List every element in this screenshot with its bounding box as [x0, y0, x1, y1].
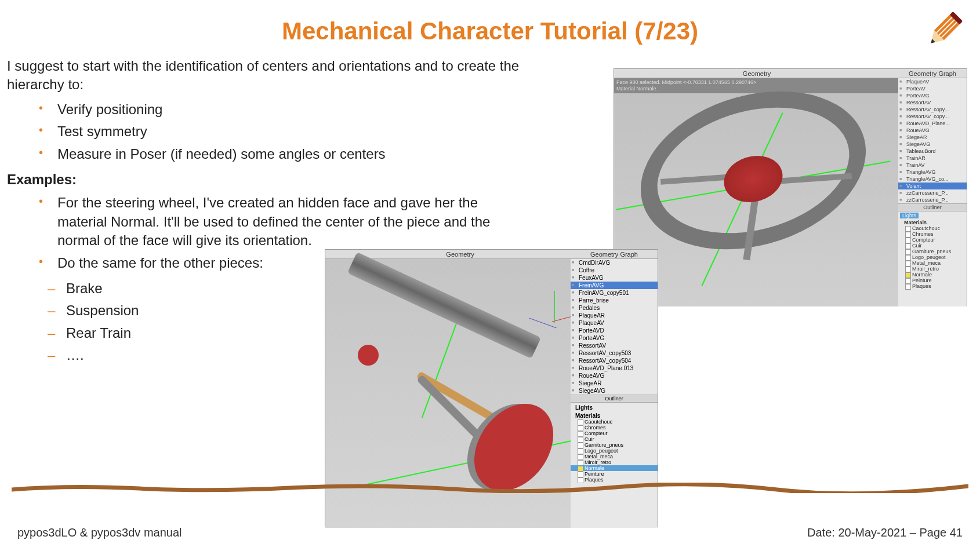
graph-header: Geometry Graph: [898, 69, 967, 78]
outliner-header: Outliner: [571, 395, 658, 403]
object-item: RessortAV: [898, 99, 967, 106]
lights-tag: Lights: [900, 213, 919, 218]
object-item: CmdDirAVG: [571, 259, 658, 267]
object-item: zzCarrosserie_P...: [898, 189, 967, 196]
material-item: Plaques: [571, 477, 658, 483]
object-item: zzCarrosserie_P...: [898, 196, 967, 203]
material-item: Normale: [898, 272, 967, 278]
object-item: PlaqueAR: [571, 312, 658, 319]
material-item: Peinture: [898, 278, 967, 283]
object-item: RessortAV_copy...: [898, 113, 967, 120]
bullet-item: For the steering wheel, I've created an …: [39, 194, 527, 250]
slide-footer: pypos3dLO & pypos3dv manual Date: 20-May…: [17, 526, 963, 539]
object-item: PorteAV: [898, 85, 967, 92]
material-item: Caoutchouc: [898, 225, 967, 231]
material-item: Metal_meca: [898, 260, 967, 266]
object-item: Parre_brise: [571, 297, 658, 304]
material-item: Miroir_retro: [571, 459, 658, 465]
object-item: RoueAVD_Plane...: [898, 120, 967, 127]
object-item: SiegeAR: [898, 134, 967, 141]
geometry-graph-panel: Geometry Graph PlaqueAV PorteAV PorteAVG…: [898, 69, 967, 306]
pencil-icon: [919, 9, 966, 55]
lights-label: Lights: [571, 403, 658, 413]
bullet-item: Verify positioning: [39, 100, 527, 119]
object-item: PorteAVG: [898, 92, 967, 99]
material-item: Miroir_retro: [898, 266, 967, 272]
material-item: Garniture_pneus: [898, 249, 967, 254]
object-item-selected: FreinAVG: [571, 282, 658, 289]
object-item: RessortAV_copy...: [898, 106, 967, 113]
intro-text: I suggest to start with the identificati…: [7, 57, 527, 94]
material-item: Caoutchouc: [571, 419, 658, 425]
object-item: SiegeAVG: [898, 141, 967, 148]
divider-wave: [12, 483, 968, 493]
object-item: PorteAVD: [571, 327, 658, 334]
intro-bullets: Verify positioning Test symmetry Measure…: [7, 100, 527, 163]
object-item: RessortAV: [571, 342, 658, 349]
object-item: Pedales: [571, 304, 658, 312]
outliner-header: Outliner: [898, 203, 967, 211]
object-item: TrainAR: [898, 155, 967, 162]
material-item: Peinture: [571, 471, 658, 477]
object-item: RessortAV_copy504: [571, 357, 658, 364]
bullet-item: Test symmetry: [39, 122, 527, 141]
material-item: Plaques: [898, 283, 967, 289]
material-item: Logo_peugeot: [898, 254, 967, 260]
materials-label: Materials: [571, 413, 658, 419]
geometry-header: Geometry: [614, 69, 899, 78]
material-item: Cuir: [898, 243, 967, 249]
footer-left: pypos3dLO & pypos3dv manual: [17, 526, 182, 539]
object-item: SiegeAR: [571, 380, 658, 387]
material-item: Chromes: [571, 425, 658, 430]
object-item: PlaqueAV: [571, 319, 658, 327]
object-item: RessortAV_copy503: [571, 349, 658, 357]
object-item: SiegeAVG: [571, 387, 658, 395]
screenshot-steering-wheel: Geometry Face 980 selected. Midpoint <-0…: [614, 68, 967, 306]
material-item: Metal_meca: [571, 454, 658, 459]
bullet-item: Measure in Poser (if needed) some angles…: [39, 145, 527, 163]
selection-info: Face 980 selected. Midpoint <-0.76331 1.…: [614, 78, 899, 93]
material-item: Compteur: [898, 237, 967, 243]
footer-right: Date: 20-May-2021 – Page 41: [807, 526, 963, 539]
materials-label: Materials: [898, 220, 967, 225]
object-item: RoueAVG: [571, 372, 658, 380]
object-item-selected: Volant: [898, 183, 967, 189]
object-item: PlaqueAV: [898, 78, 967, 85]
material-item: Chromes: [898, 231, 967, 237]
object-item: PorteAVG: [571, 334, 658, 342]
object-item: RoueAVG: [898, 127, 967, 134]
object-item: Coffre: [571, 267, 658, 274]
object-item: TriangleAVG_co...: [898, 176, 967, 183]
material-item-selected: Normale: [571, 465, 658, 471]
object-item: FeuxAVG: [571, 274, 658, 282]
material-item: Cuir: [571, 436, 658, 442]
slide-title: Mechanical Character Tutorial (7/23): [171, 0, 809, 57]
examples-heading: Examples:: [7, 170, 527, 189]
material-item: Logo_peugeot: [571, 448, 658, 454]
object-item: TableauBord: [898, 148, 967, 155]
graph-header: Geometry Graph: [571, 250, 658, 259]
object-item: RoueAVD_Plane.013: [571, 364, 658, 372]
material-item: Garniture_pneus: [571, 442, 658, 448]
material-item: Compteur: [571, 430, 658, 436]
object-item: TrainAV: [898, 162, 967, 169]
object-item: TriangleAVG: [898, 169, 967, 176]
object-item: FreinAVG_copy501: [571, 289, 658, 297]
